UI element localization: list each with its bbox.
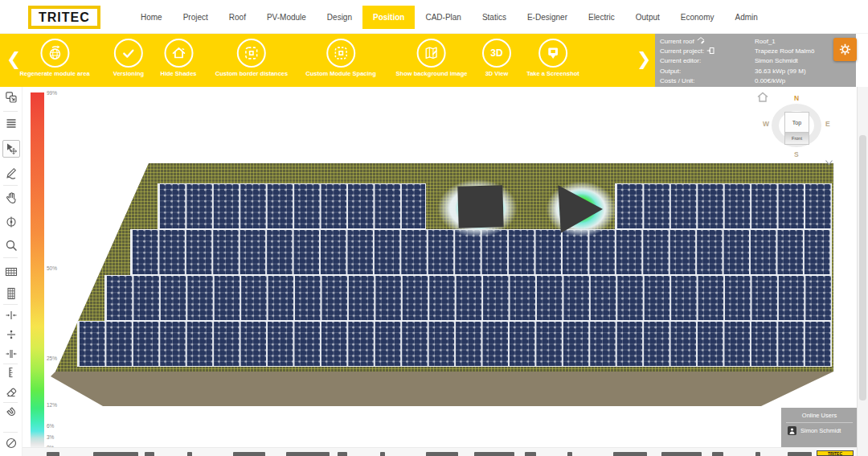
obstacle-box[interactable]: [457, 185, 503, 228]
magnet-tool-icon[interactable]: [2, 403, 20, 421]
toolbar-button-label: Show background image: [396, 70, 468, 77]
status-text-fragment: [474, 452, 514, 456]
dashed-border-icon: [237, 39, 266, 68]
scrollbar-thumb[interactable]: [859, 135, 866, 401]
module-row[interactable]: [77, 321, 832, 367]
background-image-icon: [417, 39, 446, 68]
compass-north-label: N: [794, 94, 799, 102]
vertical-scrollbar[interactable]: [857, 87, 868, 456]
info-value: 36.63 kWp (99 M): [755, 68, 806, 75]
toolbar-button-custom-module-spacing[interactable]: Custom Module Spacing: [305, 39, 376, 77]
toolbar-button-take-a-screenshot[interactable]: Take a Screenshot: [526, 39, 579, 77]
snap-tool-icon[interactable]: [2, 434, 20, 452]
compass-south-label: S: [794, 150, 799, 158]
import-project-icon[interactable]: [706, 47, 714, 56]
sidebar-divider: [3, 111, 18, 112]
draw-tool-icon[interactable]: [2, 164, 20, 182]
tritec-logo[interactable]: TRITEC: [28, 6, 100, 29]
toolbar-button-3d-view[interactable]: 3D3D View: [482, 39, 511, 77]
view-top-button[interactable]: Top: [784, 112, 809, 133]
status-text-fragment: [661, 452, 702, 456]
main-menu: HomeProjectRoofPV-ModuleDesignPositionCA…: [130, 0, 768, 34]
list-tool-icon[interactable]: [2, 114, 20, 132]
status-text-fragment: [712, 452, 723, 456]
module-row[interactable]: [130, 229, 832, 275]
info-label-text: Current roof: [660, 38, 694, 45]
module-row[interactable]: [615, 183, 832, 229]
online-users-divider: [786, 422, 853, 423]
sidebar-divider: [3, 364, 18, 364]
toolbar-scroll-right-icon[interactable]: ❯: [637, 48, 651, 71]
home-view-icon[interactable]: [757, 92, 768, 102]
nav-item-pv-module[interactable]: PV-Module: [256, 6, 317, 29]
module-row[interactable]: [104, 275, 832, 321]
ruler-tool-icon[interactable]: [2, 364, 20, 381]
screenshot-icon: [538, 39, 567, 68]
toolbar-button-versioning[interactable]: Versioning: [113, 39, 144, 77]
position-toolbar: ❮ Regenerate module areaVersioningHide S…: [0, 34, 655, 87]
roof-area[interactable]: [51, 163, 838, 406]
spacing-vertical-tool-icon[interactable]: [2, 326, 20, 343]
column-spacing-tool-icon[interactable]: [2, 345, 20, 363]
select-move-tool-icon[interactable]: [2, 140, 20, 158]
view-navigation-widget: N E S W Top Front: [755, 90, 837, 167]
table-vertical-tool-icon[interactable]: [2, 285, 20, 302]
toolbar-button-regenerate-module-area[interactable]: Regenerate module area: [19, 39, 89, 77]
info-row: Costs / Unit:0.00€/kWp: [660, 76, 856, 86]
online-user-name: Simon Schmidt: [800, 427, 841, 434]
status-bar: [23, 447, 857, 456]
nav-item-admin[interactable]: Admin: [724, 6, 768, 29]
toolbar-button-custom-border-distances[interactable]: Custom border distances: [215, 39, 288, 77]
status-text-fragment: [380, 452, 385, 456]
status-text-fragment: [233, 452, 265, 456]
pan-tool-icon[interactable]: [2, 189, 20, 207]
toolbar-button-label: Versioning: [113, 70, 144, 77]
info-value: Simon Schmidt: [755, 57, 798, 64]
nav-item-economy[interactable]: Economy: [670, 6, 725, 29]
copy-move-tool-icon[interactable]: [2, 88, 20, 106]
tritec-watermark: TRITEC: [817, 450, 854, 456]
nav-item-home[interactable]: Home: [130, 6, 173, 29]
status-text-fragment: [145, 452, 154, 456]
settings-gear-button[interactable]: [833, 38, 857, 61]
spacing-horizontal-tool-icon[interactable]: [2, 306, 20, 324]
edit-roof-icon[interactable]: [697, 36, 705, 46]
info-value: 0.00€/kWp: [755, 77, 785, 84]
status-text-fragment: [613, 452, 647, 456]
toolbar-button-show-background-image[interactable]: Show background image: [396, 39, 468, 77]
nav-item-project[interactable]: Project: [173, 6, 219, 29]
orbit-tool-icon[interactable]: [2, 213, 20, 231]
nav-item-statics[interactable]: Statics: [472, 6, 517, 29]
legend-label: 3%: [47, 433, 54, 439]
status-text-fragment: [187, 452, 192, 456]
house-icon: [164, 39, 193, 68]
table-horizontal-tool-icon[interactable]: [2, 263, 20, 281]
legend-label: 99%: [47, 90, 57, 96]
status-text-fragment: [338, 452, 347, 456]
status-text-fragment: [525, 452, 536, 456]
project-info-panel: Current roofRoof_1Current project:Trapez…: [655, 34, 856, 87]
toolbar-button-hide-shades[interactable]: Hide Shades: [160, 39, 196, 77]
module-row[interactable]: [158, 183, 426, 229]
nav-item-cad-plan[interactable]: CAD-Plan: [415, 6, 471, 29]
status-text-fragment: [286, 452, 330, 456]
view-front-button[interactable]: Front: [784, 133, 809, 145]
nav-item-roof[interactable]: Roof: [219, 6, 256, 29]
online-users-title: Online Users: [781, 408, 858, 419]
online-users-panel: Online Users Simon Schmidt: [781, 408, 858, 449]
info-label-text: Current editor:: [660, 57, 701, 64]
nav-item-e-designer[interactable]: E-Designer: [517, 6, 578, 29]
sidebar-divider: [3, 257, 18, 258]
nav-item-output[interactable]: Output: [625, 6, 670, 29]
nav-item-design[interactable]: Design: [317, 6, 362, 29]
info-label: Costs / Unit:: [660, 77, 755, 84]
sidebar-divider: [3, 432, 18, 433]
zoom-tool-icon[interactable]: [2, 236, 20, 254]
status-text-fragment: [755, 452, 760, 456]
eraser-tool-icon[interactable]: [2, 383, 20, 401]
nav-item-position[interactable]: Position: [362, 6, 415, 29]
toolbar-button-label: Hide Shades: [160, 70, 196, 77]
status-text-fragment: [47, 452, 59, 456]
nav-item-electric[interactable]: Electric: [578, 6, 625, 29]
collapse-chevron-icon[interactable]: [825, 159, 833, 166]
